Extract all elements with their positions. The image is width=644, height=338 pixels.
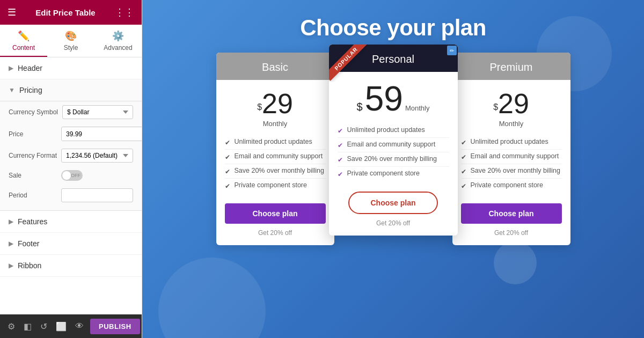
premium-card-header: Premium bbox=[452, 53, 570, 80]
pricing-section-container: ▼ Pricing Currency Symbol $ Dollar € Eur… bbox=[0, 79, 142, 211]
list-item: ✔Private component store bbox=[225, 179, 326, 193]
section-footer[interactable]: ▶ Footer bbox=[0, 233, 142, 255]
personal-feature-1: Unlimited product updates bbox=[347, 126, 425, 134]
currency-symbol-label: Currency Symbol bbox=[9, 108, 58, 116]
popular-ribbon: POPULAR bbox=[329, 45, 367, 81]
price-label: Price bbox=[9, 130, 57, 138]
section-pricing[interactable]: ▼ Pricing bbox=[0, 79, 142, 101]
history-bottom-icon[interactable]: ↺ bbox=[38, 319, 49, 334]
tab-content-label: Content bbox=[12, 44, 35, 52]
grid-icon[interactable]: ⋮⋮ bbox=[115, 6, 134, 18]
section-ribbon-label: Ribbon bbox=[18, 261, 41, 270]
settings-bottom-icon[interactable]: ⚙ bbox=[5, 319, 17, 334]
tab-advanced-label: Advanced bbox=[104, 44, 132, 52]
bg-decoration-1 bbox=[158, 258, 266, 338]
basic-discount-label: Get 20% off bbox=[216, 226, 334, 237]
check-icon: ✔ bbox=[225, 139, 230, 146]
section-header-label: Header bbox=[18, 64, 42, 72]
check-icon: ✔ bbox=[338, 127, 343, 135]
premium-card-price: $29 Monthly bbox=[452, 80, 570, 131]
premium-feature-1: Unlimited product updates bbox=[471, 138, 548, 145]
section-footer-label: Footer bbox=[18, 239, 39, 248]
personal-choose-plan-button[interactable]: Choose plan bbox=[348, 192, 437, 214]
sidebar-scroll-area: ▶ Header ▼ Pricing Currency Symbol $ Dol… bbox=[0, 57, 142, 314]
sale-control: OFF bbox=[61, 170, 133, 181]
preview-bottom-icon[interactable]: ⬜ bbox=[54, 319, 69, 334]
check-icon: ✔ bbox=[461, 182, 466, 190]
menu-icon[interactable]: ☰ bbox=[8, 6, 16, 18]
currency-symbol-select[interactable]: $ Dollar € Euro £ Pound bbox=[62, 105, 133, 119]
tab-advanced[interactable]: ⚙️ Advanced bbox=[94, 25, 142, 57]
premium-feature-4: Private component store bbox=[471, 181, 544, 189]
pricing-cards-container: Basic $29 Monthly ✔Unlimited product upd… bbox=[216, 53, 570, 245]
layers-bottom-icon[interactable]: ◧ bbox=[21, 319, 34, 334]
section-features[interactable]: ▶ Features bbox=[0, 211, 142, 233]
basic-choose-plan-button[interactable]: Choose plan bbox=[225, 203, 326, 224]
list-item: ✔Save 20% over monthly billing bbox=[225, 164, 326, 179]
section-ribbon[interactable]: ▶ Ribbon bbox=[0, 255, 142, 277]
premium-choose-plan-button[interactable]: Choose plan bbox=[461, 203, 562, 224]
basic-price-amount: 29 bbox=[262, 88, 293, 119]
edit-corner-icon[interactable]: ✏ bbox=[447, 46, 457, 55]
premium-price-period: Monthly bbox=[452, 120, 570, 128]
currency-format-field: Currency Format 1,234.56 (Default) 1.234… bbox=[0, 145, 142, 166]
check-icon: ✔ bbox=[338, 171, 343, 178]
check-icon: ✔ bbox=[225, 182, 230, 190]
list-item: ✔Email and community support bbox=[461, 150, 562, 164]
sale-label: Sale bbox=[9, 172, 57, 179]
premium-feature-2: Email and community support bbox=[471, 152, 559, 160]
header-arrow-icon: ▶ bbox=[9, 64, 13, 72]
sale-toggle[interactable]: OFF bbox=[61, 170, 83, 181]
sidebar: ☰ Edit Price Table ⋮⋮ ✏️ Content 🎨 Style… bbox=[0, 0, 142, 338]
personal-card-name: Personal bbox=[372, 53, 414, 65]
tab-content[interactable]: ✏️ Content bbox=[0, 25, 47, 57]
check-icon: ✔ bbox=[225, 153, 230, 161]
sidebar-bottom-bar: ⚙ ◧ ↺ ⬜ 👁 PUBLISH ▼ bbox=[0, 314, 142, 338]
main-area: Choose your plan Basic $29 Monthly ✔Unli… bbox=[142, 0, 644, 338]
pricing-card-basic: Basic $29 Monthly ✔Unlimited product upd… bbox=[216, 53, 334, 245]
personal-feature-4: Private component store bbox=[347, 170, 420, 177]
list-item: ✔Save 20% over monthly billing bbox=[461, 164, 562, 179]
currency-format-select[interactable]: 1,234.56 (Default) 1.234,56 bbox=[61, 149, 133, 163]
main-title: Choose your plan bbox=[300, 15, 486, 41]
check-icon: ✔ bbox=[225, 168, 230, 175]
currency-symbol-field: Currency Symbol $ Dollar € Euro £ Pound bbox=[0, 101, 142, 123]
sale-toggle-label: OFF bbox=[71, 173, 80, 178]
personal-discount-label: Get 20% off bbox=[329, 216, 458, 227]
period-input[interactable]: Monthly bbox=[61, 188, 133, 202]
check-icon: ✔ bbox=[461, 168, 466, 175]
pricing-arrow-icon: ▼ bbox=[9, 86, 15, 94]
price-input[interactable] bbox=[62, 128, 142, 141]
footer-arrow-icon: ▶ bbox=[9, 240, 13, 247]
sale-field: Sale OFF bbox=[0, 166, 142, 185]
premium-price-amount: 29 bbox=[498, 88, 529, 119]
list-item: ✔Unlimited product updates bbox=[338, 123, 449, 138]
bg-decoration-3 bbox=[494, 241, 537, 284]
tab-style[interactable]: 🎨 Style bbox=[47, 25, 94, 57]
period-field: Period Monthly bbox=[0, 185, 142, 206]
currency-format-label: Currency Format bbox=[9, 152, 57, 159]
personal-feature-2: Email and community support bbox=[347, 141, 436, 148]
publish-button[interactable]: PUBLISH bbox=[90, 319, 140, 334]
personal-feature-3: Save 20% over monthly billing bbox=[347, 155, 437, 163]
features-arrow-icon: ▶ bbox=[9, 218, 13, 225]
section-header[interactable]: ▶ Header bbox=[0, 57, 142, 79]
personal-price-amount: 59 bbox=[365, 82, 403, 116]
content-icon: ✏️ bbox=[18, 30, 30, 42]
list-item: ✔Unlimited product updates bbox=[461, 135, 562, 150]
currency-format-control: 1,234.56 (Default) 1.234,56 bbox=[61, 149, 133, 163]
basic-card-price: $29 Monthly bbox=[216, 80, 334, 131]
basic-card-name: Basic bbox=[262, 61, 288, 73]
pricing-card-personal: ⊞ ✥ ✕ POPULAR ✏ Personal $ 59 Monthly ✔U… bbox=[329, 45, 458, 236]
check-icon: ✔ bbox=[461, 153, 466, 161]
basic-card-header: Basic bbox=[216, 53, 334, 80]
basic-feature-1: Unlimited product updates bbox=[235, 138, 312, 145]
eye-bottom-icon[interactable]: 👁 bbox=[73, 319, 86, 333]
style-icon: 🎨 bbox=[65, 30, 77, 42]
premium-price-super: $ bbox=[493, 102, 498, 112]
basic-features-list: ✔Unlimited product updates ✔Email and co… bbox=[216, 131, 334, 197]
sidebar-title: Edit Price Table bbox=[35, 8, 95, 17]
list-item: ✔Unlimited product updates bbox=[225, 135, 326, 150]
sidebar-header: ☰ Edit Price Table ⋮⋮ bbox=[0, 0, 142, 25]
pricing-card-premium: Premium $29 Monthly ✔Unlimited product u… bbox=[452, 53, 570, 245]
